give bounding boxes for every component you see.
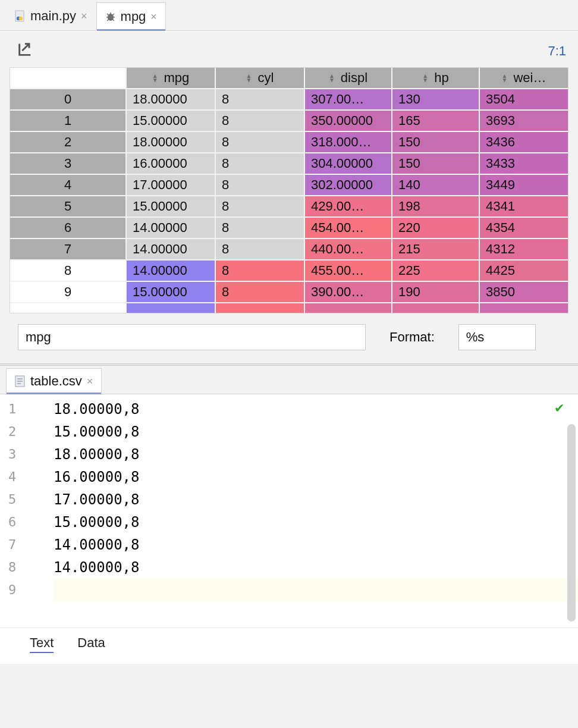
- table-row[interactable]: 515.000008429.00…1984341: [10, 196, 568, 218]
- sort-icon[interactable]: ▲▼: [422, 74, 428, 82]
- code-line[interactable]: 14.00000,8: [54, 556, 578, 579]
- cell-cyl[interactable]: 8: [216, 239, 305, 259]
- cell-displ[interactable]: 455.00…: [305, 261, 392, 281]
- cell-mpg[interactable]: 15.00000: [127, 282, 216, 302]
- row-index-cell[interactable]: 5: [10, 196, 127, 216]
- code-line[interactable]: 14.00000,8: [54, 534, 578, 556]
- cell-mpg[interactable]: 17.00000: [127, 175, 216, 195]
- row-index-cell[interactable]: 1: [10, 111, 127, 131]
- cell-cyl[interactable]: 8: [216, 282, 305, 302]
- row-index-cell[interactable]: 4: [10, 175, 127, 195]
- table-row[interactable]: 814.000008455.00…2254425: [10, 261, 568, 282]
- row-index-header[interactable]: [10, 68, 127, 88]
- column-header-cyl[interactable]: ▲▼cyl: [216, 68, 305, 88]
- cell-displ[interactable]: 302.00000: [305, 175, 392, 195]
- cell-displ[interactable]: 307.00…: [305, 89, 392, 109]
- data-table[interactable]: ▲▼mpg ▲▼cyl ▲▼displ ▲▼hp ▲▼wei… 018.0000…: [10, 67, 568, 313]
- cell-hp[interactable]: 140: [392, 175, 480, 195]
- cell-cyl[interactable]: 8: [216, 175, 305, 195]
- cell-hp[interactable]: 150: [392, 132, 480, 152]
- cell-mpg[interactable]: 15.00000: [127, 196, 216, 216]
- cell-displ[interactable]: 390.00…: [305, 282, 392, 302]
- cell-hp[interactable]: 225: [392, 261, 480, 281]
- close-icon[interactable]: ×: [86, 375, 95, 388]
- cell-displ[interactable]: 454.00…: [305, 218, 392, 238]
- cell-hp[interactable]: 150: [392, 153, 480, 174]
- table-row[interactable]: 018.000008307.00…1303504: [10, 89, 568, 111]
- cell-cyl[interactable]: 8: [216, 153, 305, 174]
- table-row[interactable]: 115.000008350.000001653693: [10, 111, 568, 132]
- tab-table-csv[interactable]: table.csv ×: [6, 368, 102, 394]
- table-row[interactable]: 614.000008454.00…2204354: [10, 218, 568, 239]
- cell-mpg[interactable]: 15.00000: [127, 111, 216, 131]
- format-input[interactable]: [458, 324, 536, 350]
- tab-mpg[interactable]: mpg ×: [96, 2, 166, 31]
- cell-displ[interactable]: 318.000…: [305, 132, 392, 152]
- tab-main-py[interactable]: main.py ×: [6, 2, 96, 30]
- code-line[interactable]: 17.00000,8: [54, 488, 578, 511]
- cell-mpg[interactable]: 14.00000: [127, 261, 216, 281]
- cell-hp[interactable]: 165: [392, 111, 480, 131]
- close-icon[interactable]: ×: [149, 11, 158, 23]
- row-index-cell[interactable]: 8: [10, 261, 127, 281]
- code-line-current[interactable]: [54, 579, 578, 601]
- view-tab-data[interactable]: Data: [77, 635, 105, 653]
- table-row[interactable]: 915.000008390.00…1903850: [10, 282, 568, 303]
- table-row[interactable]: 218.000008318.000…1503436: [10, 132, 568, 153]
- cursor-position[interactable]: 7:1: [548, 43, 566, 59]
- row-index-cell[interactable]: 9: [10, 282, 127, 302]
- code-line[interactable]: 15.00000,8: [54, 511, 578, 534]
- cell-hp[interactable]: 190: [392, 282, 480, 302]
- cell-cyl[interactable]: 8: [216, 89, 305, 109]
- cell-displ[interactable]: 304.00000: [305, 153, 392, 174]
- cell-cyl[interactable]: 8: [216, 196, 305, 216]
- sort-icon[interactable]: ▲▼: [329, 74, 335, 82]
- cell-cyl[interactable]: 8: [216, 218, 305, 238]
- column-header-mpg[interactable]: ▲▼mpg: [127, 68, 216, 88]
- code-line[interactable]: 15.00000,8: [54, 421, 578, 443]
- cell-cyl[interactable]: 8: [216, 111, 305, 131]
- cell-wei[interactable]: 4354: [480, 218, 568, 238]
- table-row-partial[interactable]: [10, 303, 568, 313]
- cell-hp[interactable]: 198: [392, 196, 480, 216]
- column-header-hp[interactable]: ▲▼hp: [392, 68, 480, 88]
- cell-wei[interactable]: 4425: [480, 261, 568, 281]
- cell-mpg[interactable]: 14.00000: [127, 239, 216, 259]
- inspection-ok-icon[interactable]: ✔: [555, 399, 564, 416]
- cell-wei[interactable]: 3693: [480, 111, 568, 131]
- popout-icon[interactable]: [17, 41, 33, 61]
- cell-wei[interactable]: 3850: [480, 282, 568, 302]
- cell-hp[interactable]: 220: [392, 218, 480, 238]
- cell-displ[interactable]: 440.00…: [305, 239, 392, 259]
- view-tab-text[interactable]: Text: [30, 635, 54, 653]
- cell-hp[interactable]: 130: [392, 89, 480, 109]
- vertical-scrollbar[interactable]: [567, 424, 576, 622]
- row-index-cell[interactable]: 6: [10, 218, 127, 238]
- cell-mpg[interactable]: 18.00000: [127, 132, 216, 152]
- cell-wei[interactable]: 4312: [480, 239, 568, 259]
- cell-mpg[interactable]: 16.00000: [127, 153, 216, 174]
- cell-mpg[interactable]: 14.00000: [127, 218, 216, 238]
- code-line[interactable]: 16.00000,8: [54, 466, 578, 488]
- row-index-cell[interactable]: 7: [10, 239, 127, 259]
- cell-displ[interactable]: 429.00…: [305, 196, 392, 216]
- cell-mpg[interactable]: 18.00000: [127, 89, 216, 109]
- code-line[interactable]: 18.00000,8: [54, 443, 578, 466]
- cell-cyl[interactable]: 8: [216, 132, 305, 152]
- cell-wei[interactable]: 4341: [480, 196, 568, 216]
- row-index-cell[interactable]: 2: [10, 132, 127, 152]
- code-content[interactable]: ✔ 18.00000,815.00000,818.00000,816.00000…: [54, 394, 578, 627]
- code-line[interactable]: 18.00000,8: [54, 398, 578, 421]
- cell-wei[interactable]: 3449: [480, 175, 568, 195]
- column-header-displ[interactable]: ▲▼displ: [305, 68, 392, 88]
- filter-input[interactable]: [18, 324, 366, 350]
- sort-icon[interactable]: ▲▼: [246, 74, 252, 82]
- column-header-wei[interactable]: ▲▼wei…: [480, 68, 568, 88]
- row-index-cell[interactable]: 0: [10, 89, 127, 109]
- table-row[interactable]: 316.000008304.000001503433: [10, 153, 568, 175]
- cell-hp[interactable]: 215: [392, 239, 480, 259]
- table-row[interactable]: 417.000008302.000001403449: [10, 175, 568, 196]
- table-row[interactable]: 714.000008440.00…2154312: [10, 239, 568, 261]
- cell-displ[interactable]: 350.00000: [305, 111, 392, 131]
- cell-cyl[interactable]: 8: [216, 261, 305, 281]
